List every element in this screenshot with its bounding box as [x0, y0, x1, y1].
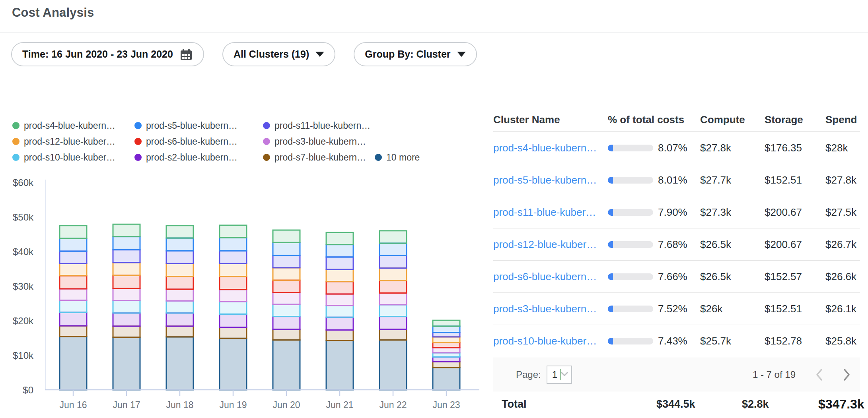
bar-segment[interactable] [220, 338, 247, 390]
bar-segment[interactable] [113, 337, 140, 390]
bar-segment[interactable] [60, 326, 87, 337]
bar-segment[interactable] [220, 290, 247, 302]
next-page-button[interactable] [843, 368, 851, 381]
bar-segment[interactable] [220, 251, 247, 263]
bar-segment[interactable] [166, 337, 193, 390]
bar-segment[interactable] [380, 317, 407, 329]
cluster-name-link[interactable]: prod-s4-blue-kubern… [493, 142, 608, 154]
bar-segment[interactable] [220, 302, 247, 314]
bar-segment[interactable] [220, 225, 247, 238]
bar-segment[interactable] [113, 237, 140, 250]
legend-item[interactable]: 10 more [375, 152, 420, 163]
bar-segment[interactable] [433, 353, 460, 357]
bar-segment[interactable] [113, 250, 140, 263]
legend-item[interactable]: prod-s11-blue-kubern… [263, 120, 375, 131]
bar-segment[interactable] [166, 289, 193, 301]
bar-segment[interactable] [326, 269, 353, 281]
bar-segment[interactable] [326, 330, 353, 340]
legend-item[interactable]: prod-s7-blue-kubern… [263, 152, 375, 163]
bar-segment[interactable] [220, 327, 247, 339]
bar-segment[interactable] [60, 312, 87, 326]
bar-segment[interactable] [113, 224, 140, 236]
bar-segment[interactable] [380, 231, 407, 243]
bar-segment[interactable] [166, 301, 193, 313]
bar-segment[interactable] [166, 277, 193, 289]
legend-item[interactable]: prod-s4-blue-kubern… [12, 120, 134, 131]
bar-segment[interactable] [326, 317, 353, 330]
legend-item[interactable]: prod-s5-blue-kubern… [134, 120, 263, 131]
bar-segment[interactable] [380, 329, 407, 340]
bar-segment[interactable] [433, 357, 460, 362]
bar-segment[interactable] [220, 263, 247, 276]
bar-segment[interactable] [273, 230, 300, 242]
bar-segment[interactable] [60, 300, 87, 312]
bar-segment[interactable] [60, 251, 87, 263]
bar-segment[interactable] [433, 326, 460, 333]
bar-segment[interactable] [113, 326, 140, 337]
bar-segment[interactable] [60, 226, 87, 238]
bar-segment[interactable] [220, 277, 247, 290]
bar-segment[interactable] [433, 368, 460, 390]
bar-segment[interactable] [273, 255, 300, 268]
bar-segment[interactable] [113, 301, 140, 313]
bar-segment[interactable] [60, 337, 87, 390]
legend-item[interactable]: prod-s12-blue-kuber… [12, 136, 134, 147]
bar-segment[interactable] [273, 242, 300, 255]
cluster-name-link[interactable]: prod-s5-blue-kubern… [493, 174, 608, 186]
bar-segment[interactable] [60, 263, 87, 275]
bar-segment[interactable] [273, 329, 300, 340]
bar-segment[interactable] [326, 294, 353, 306]
bar-segment[interactable] [273, 340, 300, 390]
bar-segment[interactable] [113, 313, 140, 326]
cluster-name-link[interactable]: prod-s10-blue-kuber… [493, 335, 608, 347]
bar-segment[interactable] [433, 362, 460, 368]
legend-item[interactable]: prod-s6-blue-kubern… [134, 136, 263, 147]
bar-segment[interactable] [273, 280, 300, 292]
bar-segment[interactable] [113, 288, 140, 300]
cluster-name-link[interactable]: prod-s12-blue-kuber… [493, 238, 608, 251]
bar-segment[interactable] [60, 238, 87, 251]
group-by-dropdown[interactable]: Group By: Cluster [354, 42, 477, 66]
bar-segment[interactable] [380, 268, 407, 281]
time-range-filter[interactable]: Time: 16 Jun 2020 - 23 Jun 2020 [11, 42, 204, 66]
bar-segment[interactable] [273, 268, 300, 280]
bar-segment[interactable] [113, 275, 140, 288]
bar-segment[interactable] [60, 289, 87, 300]
bar-segment[interactable] [273, 293, 300, 305]
bar-segment[interactable] [166, 226, 193, 238]
bar-segment[interactable] [166, 251, 193, 263]
previous-page-button[interactable] [815, 368, 823, 381]
bar-segment[interactable] [166, 326, 193, 337]
cluster-name-link[interactable]: prod-s3-blue-kubern… [493, 303, 608, 315]
bar-segment[interactable] [326, 341, 353, 390]
bar-segment[interactable] [380, 340, 407, 390]
bar-segment[interactable] [433, 320, 460, 326]
legend-item[interactable]: prod-s3-blue-kubern… [263, 136, 375, 147]
bar-segment[interactable] [273, 304, 300, 316]
page-number-input[interactable]: 1 [547, 366, 572, 384]
clusters-filter-dropdown[interactable]: All Clusters (19) [222, 42, 335, 66]
bar-segment[interactable] [380, 293, 407, 305]
bar-segment[interactable] [433, 343, 460, 348]
cluster-name-link[interactable]: prod-s11-blue-kuber… [493, 206, 608, 219]
bar-segment[interactable] [380, 255, 407, 268]
legend-item[interactable]: prod-s10-blue-kuber… [12, 152, 134, 163]
bar-segment[interactable] [273, 317, 300, 329]
bar-segment[interactable] [433, 337, 460, 343]
bar-segment[interactable] [326, 257, 353, 269]
bar-segment[interactable] [220, 238, 247, 251]
bar-segment[interactable] [326, 232, 353, 244]
bar-segment[interactable] [433, 348, 460, 353]
bar-segment[interactable] [166, 263, 193, 276]
bar-segment[interactable] [380, 243, 407, 255]
bar-segment[interactable] [326, 245, 353, 257]
bar-segment[interactable] [220, 314, 247, 327]
bar-segment[interactable] [326, 282, 353, 294]
bar-segment[interactable] [326, 306, 353, 317]
legend-item[interactable]: prod-s2-blue-kubern… [134, 152, 263, 163]
bar-segment[interactable] [113, 263, 140, 275]
bar-segment[interactable] [380, 281, 407, 293]
bar-segment[interactable] [433, 333, 460, 337]
bar-segment[interactable] [166, 238, 193, 251]
bar-segment[interactable] [166, 313, 193, 326]
